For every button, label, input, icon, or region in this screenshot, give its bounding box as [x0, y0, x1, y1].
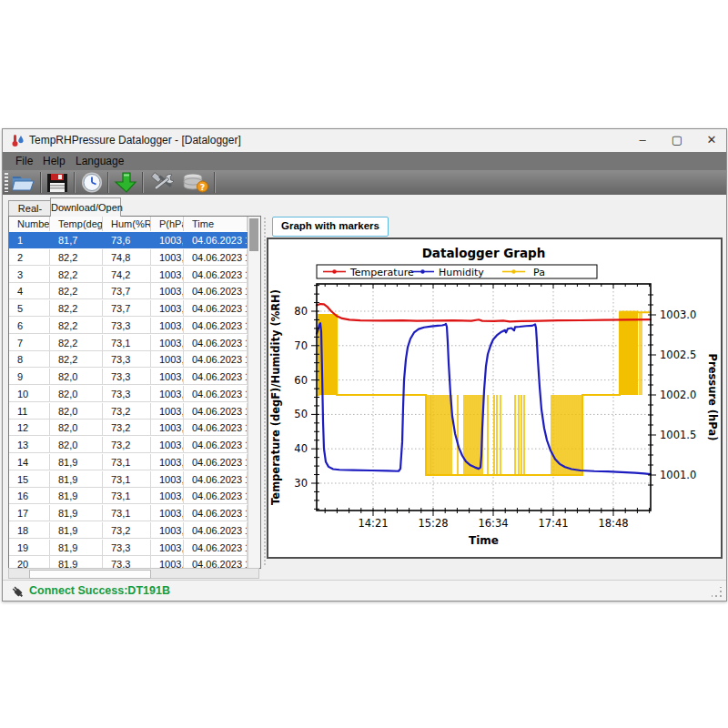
close-button[interactable]: ✕: [697, 130, 726, 150]
svg-text:?: ?: [200, 182, 206, 192]
table-cell: 18: [9, 522, 50, 539]
svg-text:1001.0: 1001.0: [660, 469, 696, 481]
table-cell: 81,9: [50, 471, 103, 488]
resize-grip[interactable]: [712, 587, 723, 598]
svg-text:30: 30: [294, 477, 308, 490]
svg-text:Pa: Pa: [533, 267, 545, 278]
svg-text:Datalogger Graph: Datalogger Graph: [422, 246, 546, 260]
table-cell: 1003,0: [151, 540, 184, 556]
table-cell: 04.06.2023 13...: [184, 403, 248, 420]
table-row[interactable]: 382,274,21003,004.06.2023 13...: [9, 267, 248, 284]
graph-panel: Datalogger Graph14:2115:2816:3417:4118:4…: [267, 238, 723, 559]
table-cell: 82,2: [50, 335, 103, 351]
table-cell: 82,2: [50, 249, 103, 266]
table-row[interactable]: 1481,973,11003,004.06.2023 13...: [9, 454, 248, 471]
toolbar-separator: [214, 172, 216, 193]
connector-icon: [10, 584, 25, 599]
table-cell: 2: [9, 249, 50, 266]
tools-icon[interactable]: [148, 171, 177, 194]
table-row[interactable]: 882,273,31003,004.06.2023 13...: [9, 351, 248, 369]
table-cell: 1003,0: [151, 505, 184, 521]
menu-bar: File Help Language: [3, 152, 726, 170]
table-cell: 5: [9, 300, 50, 317]
tab-real-time[interactable]: Real-Time: [8, 200, 52, 217]
table-cell: 04.06.2023 13...: [184, 335, 248, 351]
svg-text:Pressure (hPa): Pressure (hPa): [706, 354, 719, 441]
table-cell: 04.06.2023 13...: [184, 556, 248, 569]
table-row[interactable]: 1382,073,21003,004.06.2023 13...: [9, 437, 248, 454]
clock-icon[interactable]: [79, 171, 105, 194]
table-cell: 81,9: [50, 488, 103, 504]
table-row[interactable]: 282,274,81003,004.06.2023 13...: [9, 249, 248, 267]
table-row[interactable]: 1182,073,21003,004.06.2023 13...: [9, 403, 248, 420]
table-cell: 81,9: [50, 454, 103, 470]
table-cell: 1003,0: [151, 471, 184, 488]
table-row[interactable]: 982,073,31003,004.06.2023 13...: [9, 369, 248, 386]
scrollbar-thumb[interactable]: [29, 570, 151, 579]
table-cell: 74,2: [103, 267, 151, 283]
table-cell: 04.06.2023 13...: [184, 249, 248, 266]
table-cell: 04.06.2023 13...: [184, 540, 248, 556]
table-cell: 04.06.2023 13...: [184, 522, 248, 539]
table-row[interactable]: 1681,973,11003,004.06.2023 13...: [9, 488, 248, 505]
svg-text:Time: Time: [469, 534, 499, 547]
table-row[interactable]: 1981,973,31003,004.06.2023 13...: [9, 540, 248, 557]
minimize-button[interactable]: –: [628, 130, 657, 150]
toolbar-gripper[interactable]: [5, 173, 8, 192]
table-cell: 1003,0: [151, 335, 184, 351]
graph-with-markers-button[interactable]: Graph with markers: [272, 217, 389, 237]
menu-file[interactable]: File: [10, 152, 38, 170]
table-row[interactable]: 1781,973,11003,004.06.2023 13...: [9, 505, 248, 522]
column-header[interactable]: Hum(%RH): [103, 217, 151, 231]
column-header[interactable]: Temp(degF): [50, 217, 103, 231]
menu-language[interactable]: Language: [70, 152, 129, 170]
table-row[interactable]: 1082,073,31003,004.06.2023 13...: [9, 386, 248, 403]
table-cell: 1003,0: [151, 420, 184, 436]
table-vertical-scrollbar[interactable]: [248, 217, 260, 568]
table-row[interactable]: 482,273,71003,004.06.2023 13...: [9, 283, 248, 300]
app-icon: [11, 134, 25, 147]
table-cell: 1003,0: [151, 522, 184, 539]
table-cell: 1003,0: [151, 300, 184, 317]
table-cell: 1003,0: [151, 488, 184, 504]
menu-help[interactable]: Help: [37, 152, 71, 170]
table-cell: 04.06.2023 13...: [184, 369, 248, 385]
table-cell: 73,1: [103, 454, 151, 470]
table-row[interactable]: 2081,973,31003,004.06.2023 13...: [9, 556, 248, 569]
column-header[interactable]: Number: [9, 217, 50, 231]
table-cell: 82,0: [50, 386, 103, 402]
table-cell: 4: [9, 283, 50, 299]
maximize-button[interactable]: ▢: [662, 130, 692, 150]
table-cell: 82,0: [50, 420, 103, 436]
table-row[interactable]: 1581,973,11003,004.06.2023 13...: [9, 471, 248, 489]
svg-text:Humidity: Humidity: [439, 267, 484, 278]
table-cell: 10: [9, 386, 50, 402]
table-row[interactable]: 181,773,61003,004.06.2023 13...: [9, 232, 248, 249]
title-bar[interactable]: TempRHPressure Datalogger - [Datalogger]…: [3, 129, 726, 152]
download-icon[interactable]: [114, 171, 139, 194]
table-row[interactable]: 582,273,71003,004.06.2023 13...: [9, 300, 248, 318]
table-cell: 82,0: [50, 369, 103, 385]
table-row[interactable]: 1282,073,21003,004.06.2023 13...: [9, 420, 248, 437]
database-help-icon[interactable]: ?: [181, 171, 210, 194]
table-cell: 73,7: [103, 283, 151, 299]
column-header[interactable]: Time: [184, 217, 248, 231]
table-cell: 13: [9, 437, 50, 453]
table-cell: 82,2: [50, 318, 103, 334]
table-cell: 82,2: [50, 300, 103, 317]
table-row[interactable]: 782,273,11003,004.06.2023 13...: [9, 335, 248, 352]
table-cell: 04.06.2023 13...: [184, 437, 248, 453]
table-row[interactable]: 682,273,31003,004.06.2023 13...: [9, 318, 248, 335]
table-row[interactable]: 1881,973,21003,004.06.2023 13...: [9, 522, 248, 540]
table-cell: 73,3: [103, 318, 151, 334]
tab-download-open[interactable]: Download/Open: [50, 197, 121, 217]
table-horizontal-scrollbar[interactable]: [8, 568, 259, 579]
table-cell: 04.06.2023 13...: [184, 505, 248, 521]
open-folder-icon[interactable]: [10, 171, 35, 194]
table-cell: 3: [9, 267, 50, 283]
table-cell: 73,2: [103, 522, 151, 539]
save-icon[interactable]: [45, 171, 70, 194]
scrollbar-thumb[interactable]: [249, 218, 258, 251]
table-cell: 73,1: [103, 471, 151, 488]
column-header[interactable]: P(hPa): [151, 217, 184, 231]
